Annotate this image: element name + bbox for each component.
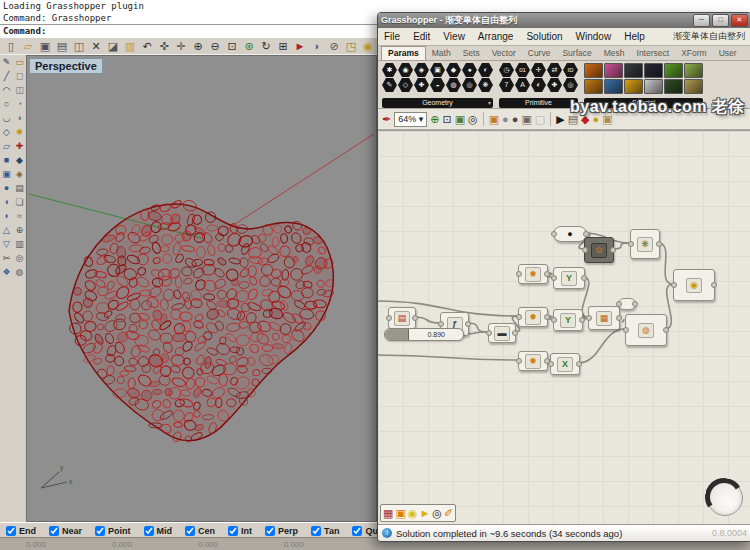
side-tool-icon-27[interactable]: ▥: [13, 237, 26, 251]
side-tool-icon-29[interactable]: ◎: [13, 251, 26, 265]
osnap-point[interactable]: Point: [95, 526, 131, 536]
tab-curve[interactable]: Curve: [522, 47, 557, 60]
component-icon[interactable]: [664, 63, 683, 78]
menu-file[interactable]: File: [384, 31, 400, 42]
rotate-view-icon[interactable]: ↻: [258, 39, 274, 54]
side-tool-icon-2[interactable]: ╱: [0, 69, 13, 83]
tab-intersect[interactable]: Intersect: [631, 47, 676, 60]
preview-doc-1-icon[interactable]: ▣: [489, 110, 499, 128]
osnap-checkbox-mid[interactable]: [144, 526, 154, 536]
side-tool-icon-28[interactable]: ✂: [0, 251, 13, 265]
gh-component-c7[interactable]: ▦: [588, 306, 620, 330]
side-tool-icon-20[interactable]: ◖: [0, 195, 13, 209]
menu-solution[interactable]: Solution: [526, 31, 562, 42]
component-icon[interactable]: ⇄: [547, 63, 562, 77]
gh-component-c10[interactable]: Y: [553, 309, 583, 331]
gh-component-c8[interactable]: ◍: [625, 314, 667, 346]
side-tool-icon-17[interactable]: ◈: [13, 167, 26, 181]
osnap-mid[interactable]: Mid: [144, 526, 173, 536]
gh-component-c15[interactable]: X: [550, 353, 580, 375]
gh-component-c2[interactable]: ✿: [584, 237, 614, 263]
widget-1-icon[interactable]: ▦: [383, 506, 393, 520]
side-tool-icon-3[interactable]: ◻: [13, 69, 26, 83]
component-icon[interactable]: ◉: [398, 63, 413, 77]
component-icon[interactable]: ◒: [430, 78, 445, 92]
undo-icon[interactable]: ↶: [139, 39, 155, 54]
gh-component-c3[interactable]: ❋: [630, 229, 660, 259]
layer-icon[interactable]: ►: [292, 39, 308, 54]
tab-params[interactable]: Params: [381, 46, 426, 60]
open-file-icon[interactable]: ▱: [20, 39, 36, 54]
tab-user[interactable]: User: [713, 47, 743, 60]
side-tool-icon-23[interactable]: ≈: [13, 209, 26, 223]
component-icon[interactable]: A: [515, 78, 530, 92]
side-tool-icon-6[interactable]: ○: [0, 97, 13, 111]
lamp-icon[interactable]: ◉: [360, 39, 376, 54]
close-button[interactable]: ✕: [731, 14, 748, 27]
paste-icon[interactable]: ▥: [122, 39, 138, 54]
osnap-near[interactable]: Near: [49, 526, 82, 536]
gh-component-c11[interactable]: ▤: [388, 307, 416, 329]
side-tool-icon-5[interactable]: ◫: [13, 83, 26, 97]
component-icon[interactable]: [624, 63, 643, 78]
component-icon[interactable]: ✚: [547, 78, 562, 92]
component-icon[interactable]: ◐: [531, 78, 546, 92]
gh-component-c6[interactable]: ◉: [673, 269, 715, 301]
side-tool-icon-1[interactable]: ▭: [13, 55, 26, 69]
side-tool-icon-21[interactable]: ❏: [13, 195, 26, 209]
menu-window[interactable]: Window: [576, 31, 612, 42]
slider-grip[interactable]: [385, 329, 409, 340]
delete-icon[interactable]: ✕: [88, 39, 104, 54]
preview-doc-4-icon[interactable]: ▣: [521, 110, 531, 128]
gh-component-c4[interactable]: ✹: [518, 264, 548, 284]
side-tool-icon-14[interactable]: ■: [0, 153, 13, 167]
menu-arrange[interactable]: Arrange: [478, 31, 514, 42]
palette-group-label[interactable]: Primitive▾: [499, 98, 578, 108]
gh-component-c14[interactable]: ✹: [518, 351, 548, 371]
zoom-window-icon[interactable]: ⊡: [224, 39, 240, 54]
new-file-icon[interactable]: ▯: [3, 39, 19, 54]
osnap-int[interactable]: Int: [228, 526, 252, 536]
side-tool-icon-12[interactable]: ▱: [0, 139, 13, 153]
grasshopper-window[interactable]: Grasshopper - 渐变单体自由整列 ─□✕ FileEditViewA…: [377, 12, 750, 542]
component-icon[interactable]: ✱: [382, 63, 397, 77]
side-tool-icon-9[interactable]: ◖: [13, 111, 26, 125]
named-view-icon[interactable]: ▣: [455, 110, 465, 128]
osnap-perp[interactable]: Perp: [265, 526, 298, 536]
viewport-label[interactable]: Perspective: [29, 58, 103, 74]
wire[interactable]: [658, 243, 673, 284]
zoom-out-icon[interactable]: ⊖: [207, 39, 223, 54]
palette-group-label[interactable]: Geometry▾: [382, 98, 493, 108]
zoom-extents-icon[interactable]: ⊡: [442, 110, 451, 128]
side-tool-icon-7[interactable]: ◔: [13, 97, 26, 111]
link-icon[interactable]: ◳: [343, 39, 359, 54]
osnap-checkbox-quad[interactable]: [352, 526, 362, 536]
tab-mesh[interactable]: Mesh: [598, 47, 631, 60]
osnap-cen[interactable]: Cen: [185, 526, 215, 536]
osnap-checkbox-tan[interactable]: [311, 526, 321, 536]
component-icon[interactable]: ID: [563, 63, 578, 77]
shade-icon[interactable]: ◗: [309, 39, 325, 54]
component-icon[interactable]: ❋: [478, 78, 493, 92]
maximize-button[interactable]: □: [712, 14, 729, 27]
component-icon[interactable]: [584, 79, 603, 94]
widget-5-icon[interactable]: ◎: [432, 506, 442, 520]
side-tool-icon-0[interactable]: ✎: [0, 55, 13, 69]
component-icon[interactable]: ✛: [531, 63, 546, 77]
component-icon[interactable]: [644, 63, 663, 78]
tab-math[interactable]: Math: [426, 47, 457, 60]
side-tool-icon-15[interactable]: ◆: [13, 153, 26, 167]
gh-component-c5[interactable]: Y: [553, 267, 585, 289]
tab-xform[interactable]: XForm: [675, 47, 713, 60]
tab-vector[interactable]: Vector: [486, 47, 522, 60]
component-icon[interactable]: [644, 79, 663, 94]
side-tool-icon-11[interactable]: ✸: [13, 125, 26, 139]
side-tool-icon-18[interactable]: ●: [0, 181, 13, 195]
component-icon[interactable]: ◎: [563, 78, 578, 92]
gh-component-c16[interactable]: [618, 298, 636, 310]
component-icon[interactable]: [684, 79, 703, 94]
widget-6-icon[interactable]: ✐: [444, 506, 453, 520]
component-icon[interactable]: ◷: [499, 63, 514, 77]
preview-doc-2-icon[interactable]: ●: [502, 110, 509, 128]
component-icon[interactable]: ●: [462, 63, 477, 77]
